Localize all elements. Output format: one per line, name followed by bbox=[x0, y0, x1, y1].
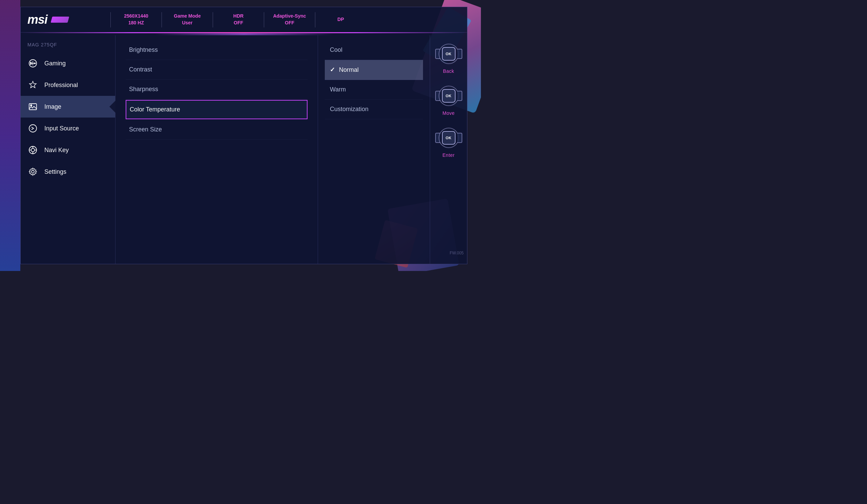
move-label: Move bbox=[442, 110, 454, 116]
checkmark-icon: ✓ bbox=[330, 66, 335, 74]
back-btn-right-wing bbox=[457, 49, 462, 59]
back-label: Back bbox=[443, 68, 454, 74]
input-source-label: Input Source bbox=[44, 125, 79, 132]
logo-area: msi bbox=[28, 12, 102, 27]
svg-point-4 bbox=[31, 64, 32, 65]
menu-item-sharpness[interactable]: Sharpness bbox=[126, 79, 308, 99]
option-cool[interactable]: Cool bbox=[325, 40, 423, 60]
svg-point-3 bbox=[31, 62, 32, 63]
center-menu-panel: Brightness Contrast Sharpness Color Temp… bbox=[116, 35, 318, 264]
svg-point-17 bbox=[32, 170, 34, 173]
back-button[interactable]: OK bbox=[437, 42, 461, 66]
sidebar-item-input-source[interactable]: Input Source bbox=[21, 118, 115, 139]
sidebar-item-professional[interactable]: Professional bbox=[21, 74, 115, 96]
navi-key-label: Navi Key bbox=[44, 147, 69, 154]
sidebar-item-image[interactable]: Image bbox=[21, 96, 115, 118]
gaming-icon bbox=[28, 58, 38, 69]
header-resolution: 2560X1440 180 HZ bbox=[119, 13, 153, 26]
input-source-icon bbox=[28, 123, 38, 134]
header-adaptive-sync: Adaptive-Sync OFF bbox=[272, 13, 307, 26]
enter-button[interactable]: OK bbox=[437, 126, 461, 150]
move-control-group: OK Move bbox=[437, 84, 461, 116]
gaming-label: Gaming bbox=[44, 60, 66, 67]
navi-key-icon bbox=[28, 144, 38, 156]
menu-item-screen-size[interactable]: Screen Size bbox=[126, 120, 308, 140]
svg-rect-7 bbox=[29, 104, 36, 110]
sidebar-item-gaming[interactable]: Gaming bbox=[21, 53, 115, 74]
header-game-mode: Game Mode User bbox=[170, 13, 204, 26]
header-divider-5 bbox=[315, 12, 315, 28]
sidebar-item-navi-key[interactable]: Navi Key bbox=[21, 139, 115, 161]
option-customization[interactable]: Customization bbox=[325, 99, 423, 119]
move-button[interactable]: OK bbox=[437, 84, 461, 108]
header-port: DP bbox=[324, 16, 358, 23]
move-ok-label: OK bbox=[442, 89, 456, 103]
enter-control-group: OK Enter bbox=[437, 126, 461, 158]
settings-label: Settings bbox=[44, 168, 66, 175]
svg-point-11 bbox=[31, 148, 34, 152]
professional-icon bbox=[28, 79, 38, 90]
controls-panel: OK Back OK bbox=[430, 35, 467, 264]
professional-label: Professional bbox=[44, 82, 78, 89]
enter-btn-right-wing bbox=[457, 133, 462, 143]
device-name: MAG 275QF bbox=[21, 40, 115, 53]
main-content: MAG 275QF Gaming bbox=[21, 35, 467, 264]
svg-point-8 bbox=[31, 105, 32, 106]
svg-point-9 bbox=[29, 125, 36, 132]
header-divider-1 bbox=[110, 12, 111, 28]
header-divider-4 bbox=[264, 12, 264, 28]
image-label: Image bbox=[44, 103, 61, 110]
back-control-group: OK Back bbox=[437, 42, 461, 74]
header-hdr: HDR OFF bbox=[222, 13, 255, 26]
sidebar-item-settings[interactable]: Settings bbox=[21, 161, 115, 183]
settings-icon bbox=[28, 166, 38, 177]
firmware-version: FW.005 bbox=[450, 251, 464, 257]
right-options-panel: Cool ✓ Normal Warm Customization bbox=[318, 35, 430, 264]
move-btn-right-wing bbox=[457, 91, 462, 101]
option-normal[interactable]: ✓ Normal bbox=[325, 60, 423, 80]
svg-point-5 bbox=[34, 63, 35, 64]
option-warm[interactable]: Warm bbox=[325, 80, 423, 99]
sidebar: MAG 275QF Gaming bbox=[21, 35, 116, 264]
msi-logo: msi bbox=[28, 12, 47, 27]
menu-item-brightness[interactable]: Brightness bbox=[126, 40, 308, 60]
header-divider-2 bbox=[162, 12, 162, 28]
osd-window: msi 2560X1440 180 HZ Game Mode User HDR … bbox=[20, 7, 467, 264]
menu-item-contrast[interactable]: Contrast bbox=[126, 60, 308, 79]
image-icon bbox=[28, 101, 38, 112]
header: msi 2560X1440 180 HZ Game Mode User HDR … bbox=[21, 7, 467, 33]
enter-label: Enter bbox=[443, 152, 455, 158]
logo-accent-shape bbox=[51, 17, 69, 23]
enter-ok-label: OK bbox=[442, 131, 456, 144]
back-ok-label: OK bbox=[442, 47, 456, 61]
svg-marker-6 bbox=[30, 81, 36, 88]
menu-item-color-temperature[interactable]: Color Temperature bbox=[126, 100, 308, 119]
header-divider-3 bbox=[213, 12, 213, 28]
